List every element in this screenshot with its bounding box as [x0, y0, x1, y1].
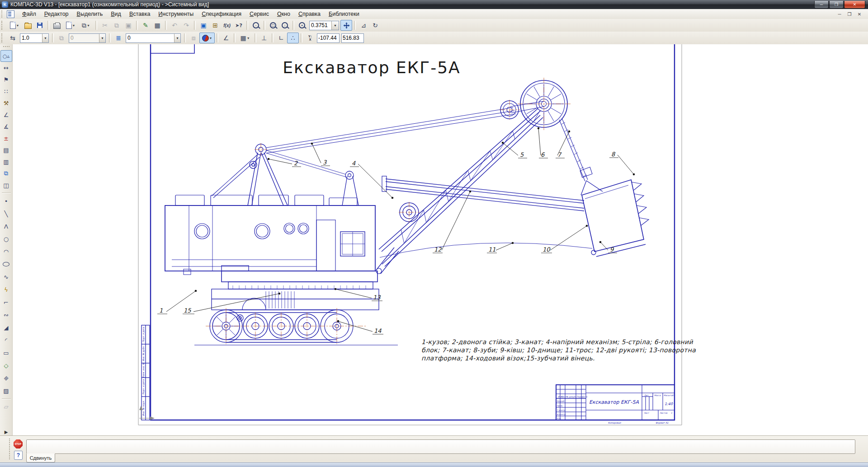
print-preview-button[interactable]: ▼	[63, 20, 78, 31]
menu-tools[interactable]: Инструменты	[154, 10, 198, 18]
step-dropdown[interactable]: ▼	[42, 34, 48, 42]
measure-button[interactable]: ⊿	[358, 20, 369, 31]
insert-view-button[interactable]: ▱	[0, 401, 12, 412]
category-designations-button[interactable]: ⚑	[0, 74, 12, 85]
doc-close-button[interactable]: ✕	[854, 10, 864, 18]
category-specification-button[interactable]: ▤	[0, 144, 12, 156]
panel-expand-button[interactable]: ▶	[5, 430, 8, 434]
tool-line-by-points-button[interactable]: ⌐	[0, 296, 12, 308]
zoom-by-frame-button[interactable]: ⬚	[267, 20, 279, 31]
copies-combo[interactable]: ▼	[69, 33, 106, 43]
tool-hatch-button[interactable]: ▨	[0, 384, 12, 397]
category-parameterization-button[interactable]: ∠	[0, 109, 12, 121]
category-geometry-button[interactable]: ○▵	[0, 50, 12, 62]
tool-polyline-button[interactable]: Λ	[0, 220, 12, 233]
menu-window[interactable]: Окно	[273, 10, 294, 18]
tool-multiline-button[interactable]: ≡	[0, 372, 12, 384]
layer-combo[interactable]: ▼	[126, 33, 181, 43]
category-editing-button[interactable]: ⚒	[0, 97, 12, 109]
tool-point-button[interactable]: •	[0, 195, 12, 207]
category-macro-button[interactable]: ◫	[0, 179, 12, 191]
copy-button[interactable]: ⧉	[111, 20, 123, 31]
coord-y-field[interactable]	[341, 33, 364, 43]
tool-arc-button[interactable]: ◠	[0, 245, 12, 258]
restore-button[interactable]: ❐	[829, 1, 844, 9]
tool-chamfer-button[interactable]: ◢	[0, 321, 12, 334]
spreadsheet-button[interactable]: ▦	[151, 20, 163, 31]
cut-button[interactable]: ✂	[99, 20, 111, 31]
menu-insert[interactable]: Вставка	[125, 10, 154, 18]
zoom-scale-input[interactable]	[310, 22, 331, 29]
angle-snap-button[interactable]: ∠	[220, 33, 232, 43]
toolbar-grip[interactable]	[1, 33, 5, 42]
open-document-button[interactable]	[22, 20, 34, 31]
context-help-button[interactable]: ➤?	[233, 20, 245, 31]
roundoff-button[interactable]: ∴	[287, 33, 299, 43]
step-combo[interactable]: ▼	[20, 33, 49, 43]
category-measurement-button[interactable]: ∡	[0, 121, 12, 132]
coord-y-input[interactable]	[342, 35, 363, 41]
category-inserts-button[interactable]: ⧉	[0, 168, 12, 179]
tool-ellipse-button[interactable]	[0, 258, 12, 271]
coord-x-input[interactable]	[317, 35, 339, 41]
property-help-button[interactable]: ?	[14, 451, 23, 460]
paste-button[interactable]: ▣	[123, 20, 134, 31]
layer-copies-button[interactable]: ⧉	[56, 33, 67, 43]
zoom-scale-dropdown[interactable]: ▼	[331, 21, 339, 30]
menubar-grip[interactable]	[1, 10, 5, 18]
menu-editor[interactable]: Редактор	[40, 10, 73, 18]
coord-x-field[interactable]	[317, 33, 340, 43]
layer-dropdown[interactable]: ▼	[174, 34, 180, 42]
print-style-button[interactable]: ⧈	[188, 33, 199, 43]
category-reports-button[interactable]: ▥	[0, 156, 12, 168]
menu-file[interactable]: Файл	[18, 10, 40, 18]
tool-fillet-button[interactable]: ◜	[0, 334, 12, 346]
fx-variables-button[interactable]: f(x)	[221, 20, 233, 31]
document-system-menu-icon[interactable]	[7, 10, 14, 18]
panel-grip[interactable]	[3, 46, 9, 49]
category-building-designations-button[interactable]: ∷	[0, 85, 12, 97]
grid-button[interactable]: ▦▼	[237, 33, 253, 43]
menu-help[interactable]: Справка	[294, 10, 325, 18]
tool-polygon-button[interactable]: ◇	[0, 359, 12, 372]
interrupt-command-button[interactable]: STOP	[14, 439, 23, 448]
send-to-layout-button[interactable]: ⧉▼	[78, 20, 94, 31]
undo-button[interactable]: ↶	[169, 20, 180, 31]
redo-button[interactable]: ↷	[180, 20, 192, 31]
zoom-scale-combo[interactable]: ▼	[309, 21, 339, 30]
copy-properties-button[interactable]: ✎	[140, 20, 151, 31]
property-tab-move[interactable]: Сдвинуть	[26, 453, 55, 462]
local-cs-button[interactable]: ⊥	[258, 33, 270, 43]
menu-service[interactable]: Сервис	[245, 10, 273, 18]
library-manager-button[interactable]: ⊞	[209, 20, 221, 31]
current-layer-button[interactable]: ≣	[113, 33, 124, 43]
copies-dropdown[interactable]: ▼	[99, 34, 105, 42]
current-step-button[interactable]: ⇆	[7, 33, 19, 43]
save-button[interactable]	[34, 20, 46, 31]
global-snaps-button[interactable]: ▼	[199, 33, 215, 43]
zoom-to-sheet-button[interactable]: ▫	[250, 20, 262, 31]
category-dimensions-button[interactable]: ↔	[0, 62, 12, 74]
tool-bezier-button[interactable]: ∾	[0, 308, 12, 321]
zoom-dynamic-button[interactable]: ↕	[279, 20, 291, 31]
menu-specification[interactable]: Спецификация	[198, 10, 245, 18]
step-input[interactable]	[20, 35, 42, 42]
drawing-canvas[interactable]: Подп. и дата Инв. № дубл. Взам. инв. № П…	[13, 44, 868, 435]
cursor-coords-button[interactable]: Y↕X	[304, 33, 316, 43]
pan-button[interactable]	[340, 20, 352, 31]
layer-input[interactable]	[126, 35, 174, 42]
tool-continuous-input-button[interactable]: ϟ	[0, 283, 12, 296]
minimize-button[interactable]: ─	[814, 1, 829, 9]
variables-window-button[interactable]: ▣	[198, 20, 209, 31]
refresh-image-button[interactable]: ↻	[369, 20, 381, 31]
tool-segment-button[interactable]: ╲	[0, 207, 12, 220]
new-document-button[interactable]: ▼	[7, 20, 22, 31]
menu-view[interactable]: Вид	[107, 10, 125, 18]
tool-spline-button[interactable]: ∿	[0, 271, 12, 283]
menu-libraries[interactable]: Библиотеки	[325, 10, 363, 18]
zoom-in-button[interactable]: +	[296, 20, 308, 31]
tool-rectangle-button[interactable]: ▭	[0, 346, 12, 359]
copies-input[interactable]	[69, 35, 99, 42]
category-selection-button[interactable]: ±	[0, 132, 12, 144]
doc-restore-button[interactable]: ❐	[844, 10, 854, 18]
